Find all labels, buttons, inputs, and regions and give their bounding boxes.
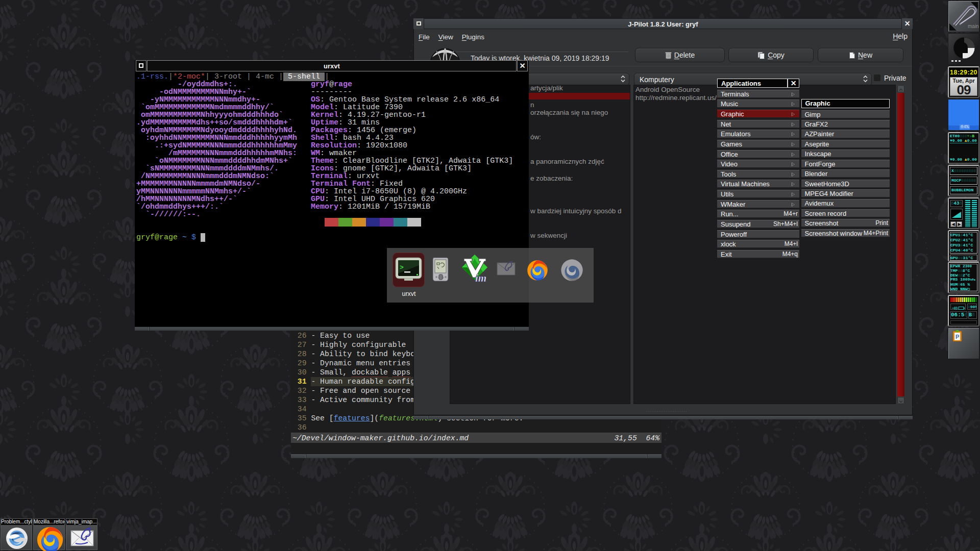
svg-text:im: im [475, 272, 486, 284]
svg-text:>: > [400, 264, 404, 271]
svg-text:main: main [968, 23, 979, 29]
svg-text:P: P [955, 334, 959, 340]
